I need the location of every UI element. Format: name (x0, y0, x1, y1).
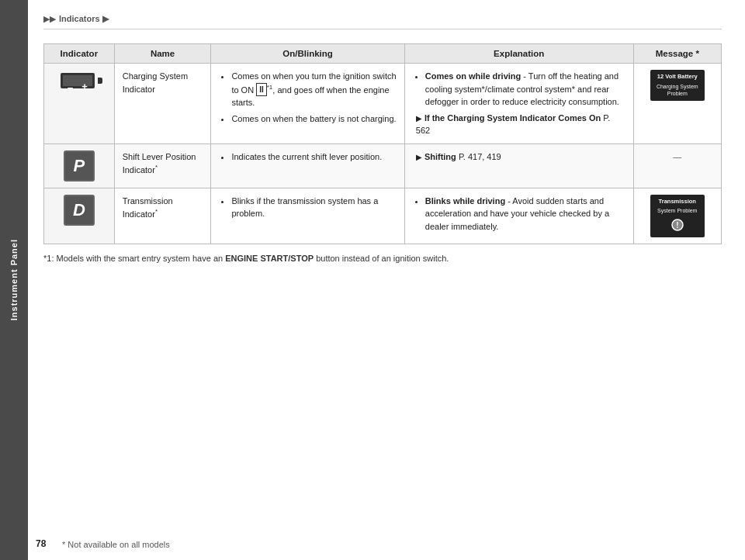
row1-bullet2: Comes on when the battery is not chargin… (231, 112, 396, 126)
row1-msg-title: 12 Volt Battery (654, 73, 701, 81)
table-row: − + Charging System Indicator Comes on w… (44, 64, 722, 144)
row1-name-cell: Charging System Indicator (114, 64, 211, 144)
header-title: Indicators ▶ (59, 14, 109, 24)
row3-exp-item: Blinks while driving - Avoid sudden star… (425, 195, 625, 233)
row3-message-box: Transmission System Problem ! (650, 195, 705, 237)
row2-bullet1: Indicates the current shift lever positi… (231, 150, 396, 164)
header-arrows: ▶▶ (43, 14, 56, 24)
row1-explanation-cell: Comes on while driving - Turn off the he… (404, 64, 633, 144)
row3-message-cell: Transmission System Problem ! (633, 188, 721, 244)
ignition-box: II (256, 83, 267, 96)
svg-text:!: ! (676, 221, 678, 230)
gear-warning-icon: ! (670, 218, 684, 232)
row1-message-cell: 12 Volt Battery Charging System Problem (633, 64, 721, 144)
battery-body: − + (61, 73, 95, 88)
p-indicator: P (64, 150, 95, 181)
row3-msg-title: Transmission (654, 198, 701, 206)
battery-plus: + (81, 81, 88, 92)
row1-onblinking-cell: Comes on when you turn the ignition swit… (211, 64, 404, 144)
footer-note: * Not available on all models (62, 540, 170, 549)
ref-arrow-1: ▶ (416, 114, 422, 123)
sidebar: Instrument Panel (0, 0, 28, 560)
row2-onblinking-cell: Indicates the current shift lever positi… (211, 143, 404, 188)
col-header-indicator: Indicator (44, 44, 115, 64)
row3-exp-bold: Blinks while driving (425, 196, 505, 206)
row1-msg-line2: Problem (654, 90, 701, 98)
row3-name-cell: Transmission Indicator* (114, 188, 211, 244)
row3-msg-line1: System Problem (654, 207, 701, 215)
footnote-marker: *1: (43, 254, 54, 263)
row1-exp-item: Comes on while driving - Turn off the he… (425, 70, 625, 109)
row1-ref-text: If the Charging System Indicator Comes O… (424, 113, 601, 123)
row3-explanation-cell: Blinks while driving - Avoid sudden star… (404, 188, 633, 244)
row1-bullet-list: Comes on when you turn the ignition swit… (219, 70, 396, 125)
row2-ref-page: P. 417, 419 (459, 152, 501, 161)
indicator-p-cell: P (44, 143, 115, 188)
row3-onblinking-cell: Blinks if the transmission system has a … (211, 188, 404, 244)
ref-arrow-2: ▶ (416, 153, 422, 161)
page-number: 78 (36, 538, 46, 549)
indicator-battery-cell: − + (44, 64, 115, 144)
sidebar-label: Instrument Panel (9, 239, 19, 320)
row2-message-cell: — (633, 143, 721, 188)
row3-bullet1: Blinks if the transmission system has a … (231, 195, 396, 220)
battery-minus: − (68, 83, 74, 93)
row2-bullet-list: Indicates the current shift lever positi… (219, 150, 396, 164)
row3-msg-icon-wrap: ! (654, 218, 701, 234)
row1-bullet1: Comes on when you turn the ignition swit… (231, 70, 396, 109)
table-row: P Shift Lever Position Indicator* Indica… (44, 143, 722, 188)
row2-ref-text: Shifting (424, 152, 456, 161)
battery-icon: − + (61, 70, 98, 92)
row3-exp-list: Blinks while driving - Avoid sudden star… (413, 195, 625, 233)
row1-exp-list: Comes on while driving - Turn off the he… (413, 70, 625, 109)
table-header-row: Indicator Name On/Blinking Explanation M… (44, 44, 722, 64)
col-header-onblinking: On/Blinking (211, 44, 404, 64)
header: ▶▶ Indicators ▶ (43, 14, 722, 29)
table-row: D Transmission Indicator* Blinks if the … (44, 188, 722, 244)
footnote: *1: Models with the smart entry system h… (43, 254, 722, 263)
col-header-explanation: Explanation (404, 44, 633, 64)
row1-name: Charging System Indicator (123, 71, 188, 94)
row2-ref: ▶ Shifting P. 417, 419 (416, 150, 625, 164)
row2-name: Shift Lever Position Indicator* (123, 152, 196, 175)
footnote-bold: ENGINE START/STOP (225, 254, 314, 263)
indicator-d-cell: D (44, 188, 115, 244)
footnote-text: Models with the smart entry system have … (57, 254, 226, 263)
col-header-message: Message * (633, 44, 721, 64)
row1-exp-bold: Comes on while driving (425, 71, 521, 81)
row3-name: Transmission Indicator* (123, 196, 173, 219)
row1-message-box: 12 Volt Battery Charging System Problem (650, 70, 705, 101)
footnote-suffix: button instead of an ignition switch. (316, 254, 449, 263)
main-content: ▶▶ Indicators ▶ Indicator Name On/Blinki… (28, 0, 745, 560)
row3-bullet-list: Blinks if the transmission system has a … (219, 195, 396, 220)
row1-msg-line1: Charging System (654, 83, 701, 91)
battery-tip (98, 78, 102, 84)
d-indicator: D (64, 195, 95, 226)
row2-dash: — (673, 152, 681, 161)
row2-name-cell: Shift Lever Position Indicator* (114, 143, 211, 188)
row1-ref: ▶ If the Charging System Indicator Comes… (416, 112, 625, 137)
col-header-name: Name (114, 44, 211, 64)
indicators-table: Indicator Name On/Blinking Explanation M… (43, 43, 722, 244)
row2-explanation-cell: ▶ Shifting P. 417, 419 (404, 143, 633, 188)
